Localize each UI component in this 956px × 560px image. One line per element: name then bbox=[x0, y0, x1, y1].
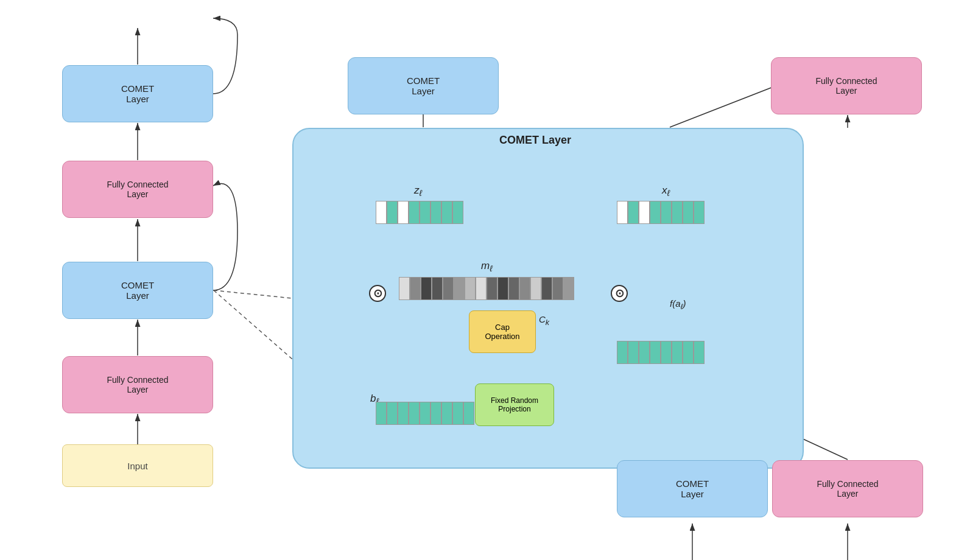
b-l-bar bbox=[376, 402, 474, 425]
bottom-arrows-svg bbox=[0, 517, 956, 560]
bottom-fc-label: Fully ConnectedLayer bbox=[817, 479, 878, 499]
left-comet2-box: COMETLayer bbox=[62, 65, 213, 122]
svg-line-7 bbox=[214, 290, 292, 298]
x-l-label: xℓ bbox=[662, 184, 670, 198]
left-fc2-label: Fully ConnectedLayer bbox=[107, 180, 168, 199]
z-l-bar bbox=[376, 201, 463, 224]
input-label: Input bbox=[127, 461, 147, 471]
svg-line-8 bbox=[214, 290, 292, 359]
bottom-comet-label: COMETLayer bbox=[676, 478, 709, 499]
diagram-container: Input Fully ConnectedLayer COMETLayer Fu… bbox=[0, 0, 956, 560]
frp-label: Fixed RandomProjection bbox=[491, 396, 538, 413]
m-l-label: mℓ bbox=[481, 260, 493, 273]
z-l-label: zℓ bbox=[414, 184, 422, 198]
center-comet-title: COMET Layer bbox=[499, 134, 571, 147]
left-fc1-label: Fully ConnectedLayer bbox=[107, 375, 168, 394]
left-comet2-label: COMETLayer bbox=[121, 83, 154, 104]
input-box: Input bbox=[62, 444, 213, 487]
circle-op-right: ⊙ bbox=[611, 285, 628, 302]
top-comet-box: COMETLayer bbox=[348, 57, 499, 114]
circle-op-left: ⊙ bbox=[369, 285, 386, 302]
c-k-label: Ck bbox=[539, 314, 549, 327]
cap-operation-box: CapOperation bbox=[469, 310, 536, 353]
top-fc-label: Fully ConnectedLayer bbox=[815, 76, 877, 96]
left-fc2-box: Fully ConnectedLayer bbox=[62, 161, 213, 218]
f-al-bar bbox=[617, 341, 705, 364]
cap-operation-label: CapOperation bbox=[485, 323, 519, 341]
x-l-bar bbox=[617, 201, 705, 224]
left-comet1-box: COMETLayer bbox=[62, 262, 213, 319]
top-fc-box: Fully ConnectedLayer bbox=[771, 57, 922, 114]
f-al-label: f(aℓ) bbox=[670, 298, 686, 311]
bottom-fc-box: Fully ConnectedLayer bbox=[772, 460, 923, 517]
m-l-bar bbox=[399, 277, 574, 300]
top-comet-label: COMETLayer bbox=[407, 75, 440, 96]
fixed-random-projection-box: Fixed RandomProjection bbox=[475, 383, 554, 426]
bottom-comet-box: COMETLayer bbox=[617, 460, 768, 517]
left-comet1-label: COMETLayer bbox=[121, 280, 154, 301]
left-fc1-box: Fully ConnectedLayer bbox=[62, 356, 213, 413]
